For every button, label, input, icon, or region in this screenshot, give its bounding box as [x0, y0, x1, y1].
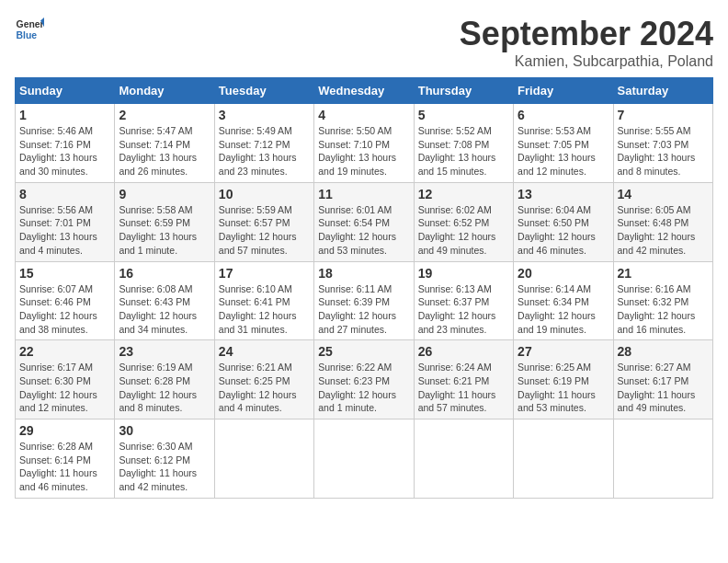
weekday-header-row: SundayMondayTuesdayWednesdayThursdayFrid… [16, 78, 713, 104]
calendar-cell: 23Sunrise: 6:19 AM Sunset: 6:28 PM Dayli… [115, 340, 214, 419]
day-number: 9 [119, 187, 210, 201]
day-number: 22 [19, 344, 110, 359]
day-info: Sunrise: 5:50 AM Sunset: 7:10 PM Dayligh… [318, 124, 409, 178]
day-info: Sunrise: 5:59 AM Sunset: 6:57 PM Dayligh… [219, 203, 310, 258]
calendar-cell: 7Sunrise: 5:55 AM Sunset: 7:03 PM Daylig… [613, 104, 712, 183]
day-number: 23 [119, 344, 210, 359]
calendar-cell: 22Sunrise: 6:17 AM Sunset: 6:30 PM Dayli… [16, 340, 115, 419]
calendar-cell: 19Sunrise: 6:13 AM Sunset: 6:37 PM Dayli… [414, 261, 513, 340]
day-number: 2 [119, 108, 210, 122]
calendar-cell: 4Sunrise: 5:50 AM Sunset: 7:10 PM Daylig… [314, 104, 414, 183]
day-number: 24 [219, 344, 310, 359]
day-info: Sunrise: 6:14 AM Sunset: 6:34 PM Dayligh… [518, 282, 609, 337]
weekday-header-cell: Friday [514, 78, 613, 104]
day-number: 5 [418, 108, 509, 122]
day-info: Sunrise: 5:58 AM Sunset: 6:59 PM Dayligh… [119, 203, 210, 258]
calendar-cell: 27Sunrise: 6:25 AM Sunset: 6:19 PM Dayli… [514, 340, 613, 419]
page-header: General Blue September 2024 Kamien, Subc… [15, 15, 713, 70]
calendar-cell: 14Sunrise: 6:05 AM Sunset: 6:48 PM Dayli… [613, 182, 712, 261]
logo-icon: General Blue [15, 15, 44, 44]
calendar-week-row: 8Sunrise: 5:56 AM Sunset: 7:01 PM Daylig… [16, 182, 713, 261]
day-number: 6 [518, 108, 609, 122]
calendar-cell: 3Sunrise: 5:49 AM Sunset: 7:12 PM Daylig… [214, 104, 313, 183]
calendar-cell: 30Sunrise: 6:30 AM Sunset: 6:12 PM Dayli… [115, 419, 214, 499]
day-number: 7 [618, 108, 709, 122]
day-number: 29 [19, 423, 110, 438]
calendar-table: SundayMondayTuesdayWednesdayThursdayFrid… [15, 77, 713, 499]
day-info: Sunrise: 6:25 AM Sunset: 6:19 PM Dayligh… [518, 361, 609, 415]
calendar-cell: 9Sunrise: 5:58 AM Sunset: 6:59 PM Daylig… [115, 182, 214, 261]
svg-text:General: General [17, 19, 44, 29]
day-info: Sunrise: 5:47 AM Sunset: 7:14 PM Dayligh… [119, 124, 210, 178]
day-info: Sunrise: 6:28 AM Sunset: 6:14 PM Dayligh… [19, 440, 110, 494]
day-info: Sunrise: 5:49 AM Sunset: 7:12 PM Dayligh… [219, 124, 310, 178]
title-area: September 2024 Kamien, Subcarpathia, Pol… [460, 15, 713, 70]
weekday-header-cell: Wednesday [314, 78, 414, 104]
day-number: 28 [618, 344, 709, 359]
day-number: 27 [518, 344, 609, 359]
calendar-week-row: 22Sunrise: 6:17 AM Sunset: 6:30 PM Dayli… [16, 340, 713, 419]
calendar-title: September 2024 [460, 15, 713, 53]
calendar-cell: 2Sunrise: 5:47 AM Sunset: 7:14 PM Daylig… [115, 104, 214, 183]
day-info: Sunrise: 6:22 AM Sunset: 6:23 PM Dayligh… [318, 361, 409, 415]
calendar-cell: 11Sunrise: 6:01 AM Sunset: 6:54 PM Dayli… [314, 182, 414, 261]
calendar-cell [414, 419, 513, 499]
calendar-cell: 25Sunrise: 6:22 AM Sunset: 6:23 PM Dayli… [314, 340, 414, 419]
day-info: Sunrise: 6:01 AM Sunset: 6:54 PM Dayligh… [318, 203, 409, 258]
day-number: 11 [318, 187, 409, 201]
svg-text:Blue: Blue [17, 30, 38, 40]
day-number: 18 [318, 266, 409, 281]
calendar-cell: 26Sunrise: 6:24 AM Sunset: 6:21 PM Dayli… [414, 340, 513, 419]
weekday-header-cell: Monday [115, 78, 214, 104]
calendar-cell: 16Sunrise: 6:08 AM Sunset: 6:43 PM Dayli… [115, 261, 214, 340]
day-number: 15 [19, 266, 110, 281]
day-number: 3 [219, 108, 310, 122]
day-info: Sunrise: 6:19 AM Sunset: 6:28 PM Dayligh… [119, 361, 210, 415]
day-number: 10 [219, 187, 310, 201]
day-info: Sunrise: 6:04 AM Sunset: 6:50 PM Dayligh… [518, 203, 609, 258]
day-info: Sunrise: 6:02 AM Sunset: 6:52 PM Dayligh… [418, 203, 509, 258]
calendar-cell: 18Sunrise: 6:11 AM Sunset: 6:39 PM Dayli… [314, 261, 414, 340]
calendar-week-row: 15Sunrise: 6:07 AM Sunset: 6:46 PM Dayli… [16, 261, 713, 340]
day-info: Sunrise: 5:56 AM Sunset: 7:01 PM Dayligh… [19, 203, 110, 258]
day-info: Sunrise: 6:13 AM Sunset: 6:37 PM Dayligh… [418, 282, 509, 337]
day-number: 17 [219, 266, 310, 281]
calendar-cell [314, 419, 414, 499]
calendar-cell: 6Sunrise: 5:53 AM Sunset: 7:05 PM Daylig… [514, 104, 613, 183]
calendar-cell [613, 419, 712, 499]
calendar-cell: 8Sunrise: 5:56 AM Sunset: 7:01 PM Daylig… [16, 182, 115, 261]
calendar-cell: 28Sunrise: 6:27 AM Sunset: 6:17 PM Dayli… [613, 340, 712, 419]
day-number: 14 [618, 187, 709, 201]
day-info: Sunrise: 6:24 AM Sunset: 6:21 PM Dayligh… [418, 361, 509, 415]
day-info: Sunrise: 6:27 AM Sunset: 6:17 PM Dayligh… [618, 361, 709, 415]
day-number: 12 [418, 187, 509, 201]
day-number: 1 [19, 108, 110, 122]
day-info: Sunrise: 6:16 AM Sunset: 6:32 PM Dayligh… [618, 282, 709, 337]
weekday-header-cell: Thursday [414, 78, 513, 104]
logo: General Blue [15, 15, 44, 44]
day-info: Sunrise: 5:46 AM Sunset: 7:16 PM Dayligh… [19, 124, 110, 178]
calendar-cell: 20Sunrise: 6:14 AM Sunset: 6:34 PM Dayli… [514, 261, 613, 340]
calendar-cell: 12Sunrise: 6:02 AM Sunset: 6:52 PM Dayli… [414, 182, 513, 261]
day-number: 21 [618, 266, 709, 281]
day-info: Sunrise: 6:08 AM Sunset: 6:43 PM Dayligh… [119, 282, 210, 337]
day-number: 20 [518, 266, 609, 281]
calendar-cell [214, 419, 313, 499]
calendar-cell: 13Sunrise: 6:04 AM Sunset: 6:50 PM Dayli… [514, 182, 613, 261]
day-number: 30 [119, 423, 210, 438]
weekday-header-cell: Tuesday [214, 78, 313, 104]
calendar-cell: 5Sunrise: 5:52 AM Sunset: 7:08 PM Daylig… [414, 104, 513, 183]
day-info: Sunrise: 6:21 AM Sunset: 6:25 PM Dayligh… [219, 361, 310, 415]
day-number: 4 [318, 108, 409, 122]
calendar-week-row: 29Sunrise: 6:28 AM Sunset: 6:14 PM Dayli… [16, 419, 713, 499]
day-info: Sunrise: 6:05 AM Sunset: 6:48 PM Dayligh… [618, 203, 709, 258]
calendar-body: 1Sunrise: 5:46 AM Sunset: 7:16 PM Daylig… [16, 104, 713, 499]
day-number: 25 [318, 344, 409, 359]
day-number: 19 [418, 266, 509, 281]
calendar-cell: 17Sunrise: 6:10 AM Sunset: 6:41 PM Dayli… [214, 261, 313, 340]
day-info: Sunrise: 5:53 AM Sunset: 7:05 PM Dayligh… [518, 124, 609, 178]
calendar-cell: 1Sunrise: 5:46 AM Sunset: 7:16 PM Daylig… [16, 104, 115, 183]
day-info: Sunrise: 6:30 AM Sunset: 6:12 PM Dayligh… [119, 440, 210, 494]
day-info: Sunrise: 6:10 AM Sunset: 6:41 PM Dayligh… [219, 282, 310, 337]
day-info: Sunrise: 5:52 AM Sunset: 7:08 PM Dayligh… [418, 124, 509, 178]
